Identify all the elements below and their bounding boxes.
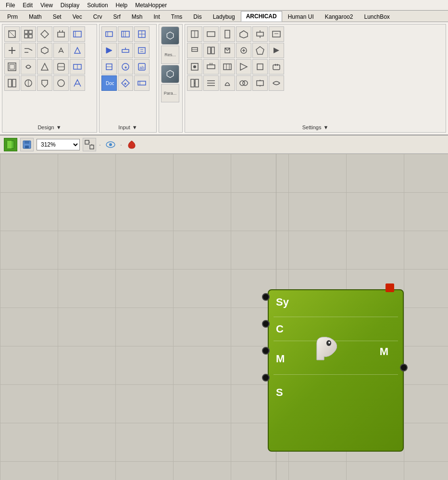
settings-btn-6[interactable]	[269, 26, 284, 42]
node-connector-sy[interactable]	[262, 293, 270, 301]
tool-btn-19[interactable]	[53, 75, 69, 91]
settings-btn-17[interactable]	[252, 59, 268, 74]
input-btn-3[interactable]	[134, 26, 149, 42]
settings-btn-3[interactable]	[220, 26, 235, 42]
settings-btn-20[interactable]	[203, 75, 219, 91]
canvas-area[interactable]: Sy C M S M	[0, 154, 448, 480]
tab-trns[interactable]: Trns	[166, 12, 188, 22]
tool-btn-9[interactable]	[53, 43, 69, 58]
color-button[interactable]	[125, 138, 138, 151]
fit-view-button[interactable]	[83, 138, 96, 151]
menu-metahopper[interactable]: MetaHopper	[131, 1, 171, 10]
input-btn-4[interactable]	[101, 43, 117, 58]
settings-btn-1[interactable]	[187, 26, 202, 42]
settings-btn-2[interactable]	[203, 26, 219, 42]
settings-btn-15[interactable]	[220, 59, 235, 74]
tool-btn-hex2[interactable]	[161, 65, 179, 83]
settings-btn-9[interactable]	[220, 43, 235, 58]
tool-btn-5[interactable]	[70, 26, 85, 42]
node-body[interactable]: Sy C M S M	[268, 289, 404, 452]
node-connector-s[interactable]	[262, 374, 270, 382]
tool-btn-20[interactable]	[70, 75, 85, 91]
input-btn-10[interactable]: Doc	[101, 75, 117, 91]
tool-btn-11[interactable]	[4, 59, 20, 74]
node-divider-1	[274, 317, 398, 317]
tool-btn-2[interactable]	[21, 26, 36, 42]
settings-btn-18[interactable]	[269, 59, 284, 74]
settings-btn-13[interactable]	[187, 59, 202, 74]
tool-btn-8[interactable]	[37, 43, 52, 58]
input-btn-1[interactable]	[101, 26, 117, 42]
tool-btn-12[interactable]	[21, 59, 36, 74]
menu-edit[interactable]: Edit	[19, 1, 37, 10]
input-btn-8[interactable]: ★	[118, 59, 133, 74]
input-btn-11[interactable]: ★	[118, 75, 133, 91]
settings-btn-24[interactable]	[269, 75, 284, 91]
tab-math[interactable]: Math	[24, 12, 47, 22]
svg-rect-39	[122, 49, 129, 52]
tool-btn-3[interactable]	[37, 26, 52, 42]
settings-btn-23[interactable]	[252, 75, 268, 91]
view-button[interactable]	[104, 138, 117, 151]
tool-btn-6[interactable]	[4, 43, 20, 58]
menu-file[interactable]: File	[2, 1, 19, 10]
tab-vec[interactable]: Vec	[67, 12, 87, 22]
zoom-select[interactable]: 312% 100% 200% 50%	[37, 139, 80, 150]
tool-btn-18[interactable]	[37, 75, 52, 91]
input-btn-9[interactable]: ab	[134, 59, 149, 74]
menu-solution[interactable]: Solution	[83, 1, 112, 10]
settings-btn-16[interactable]	[236, 59, 251, 74]
input-btn-6[interactable]	[134, 43, 149, 58]
input-btn-12[interactable]	[134, 75, 149, 91]
settings-btn-4[interactable]	[236, 26, 251, 42]
settings-btn-10[interactable]	[236, 43, 251, 58]
tool-btn-res[interactable]: Res...	[161, 46, 179, 64]
settings-btn-14[interactable]	[203, 59, 219, 74]
tab-set[interactable]: Set	[48, 12, 67, 22]
settings-btn-22[interactable]	[236, 75, 251, 91]
settings-btn-8[interactable]	[203, 43, 219, 58]
input-btn-5[interactable]	[118, 43, 133, 58]
tool-btn-10[interactable]	[70, 43, 85, 58]
node-connector-m[interactable]	[262, 347, 270, 355]
tool-btn-16[interactable]	[4, 75, 20, 91]
tab-humanui[interactable]: Human UI	[283, 12, 319, 22]
tool-btn-7[interactable]	[21, 43, 36, 58]
node-connector-c[interactable]	[262, 320, 270, 328]
input-btn-7[interactable]	[101, 59, 117, 74]
input-btn-2[interactable]	[118, 26, 133, 42]
menu-view[interactable]: View	[37, 1, 57, 10]
settings-btn-5[interactable]	[252, 26, 268, 42]
tab-srf[interactable]: Srf	[108, 12, 125, 22]
settings-btn-7[interactable]	[187, 43, 202, 58]
menu-display[interactable]: Display	[57, 1, 83, 10]
node-output-connector[interactable]	[400, 364, 408, 371]
tool-btn-para[interactable]: Para...	[161, 84, 179, 102]
tab-kangaroo2[interactable]: Kangaroo2	[320, 12, 359, 22]
tab-prm[interactable]: Prm	[2, 12, 23, 22]
gh-node[interactable]: Sy C M S M	[262, 283, 411, 456]
tool-btn-hex1[interactable]	[161, 26, 179, 45]
tool-btn-14[interactable]	[53, 59, 69, 74]
tab-archicad[interactable]: ARCHICAD	[241, 11, 282, 22]
tool-btn-13[interactable]	[37, 59, 52, 74]
tool-btn-4[interactable]	[53, 26, 69, 42]
settings-btn-19[interactable]	[187, 75, 202, 91]
tab-int[interactable]: Int	[148, 12, 165, 22]
settings-btn-21[interactable]	[220, 75, 235, 91]
tab-ladybug[interactable]: Ladybug	[208, 12, 240, 22]
tab-lunchbox[interactable]: LunchBox	[359, 12, 395, 22]
menu-help[interactable]: Help	[112, 1, 132, 10]
settings-btn-12[interactable]	[269, 43, 284, 58]
tab-crv[interactable]: Crv	[88, 12, 108, 22]
tool-btn-17[interactable]	[21, 75, 36, 91]
tool-btn-1[interactable]	[4, 26, 20, 42]
tool-btn-15[interactable]	[70, 59, 85, 74]
svg-rect-103	[85, 140, 89, 144]
settings-btn-11[interactable]	[252, 43, 268, 58]
node-connector-out[interactable]	[400, 364, 408, 371]
save-file-button[interactable]	[20, 138, 34, 151]
tab-msh[interactable]: Msh	[126, 12, 148, 22]
new-file-button[interactable]	[4, 138, 17, 151]
tab-dis[interactable]: Dis	[188, 12, 207, 22]
